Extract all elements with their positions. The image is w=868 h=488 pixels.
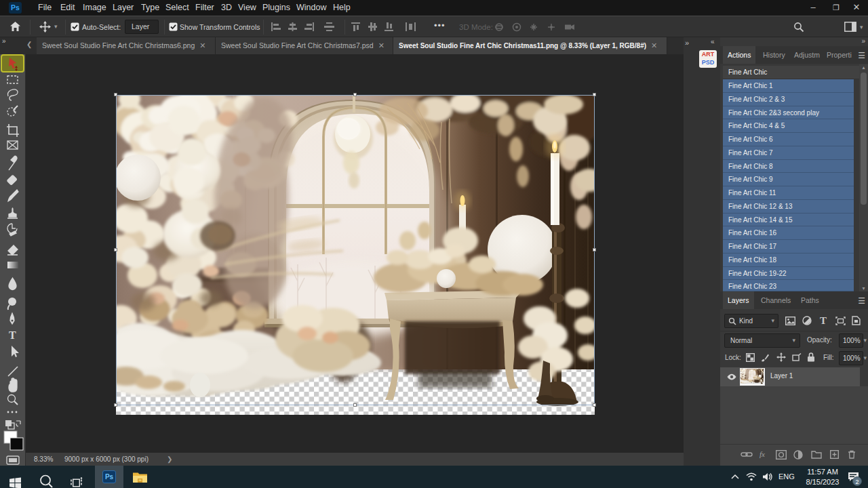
svg-text:T: T bbox=[9, 329, 16, 341]
